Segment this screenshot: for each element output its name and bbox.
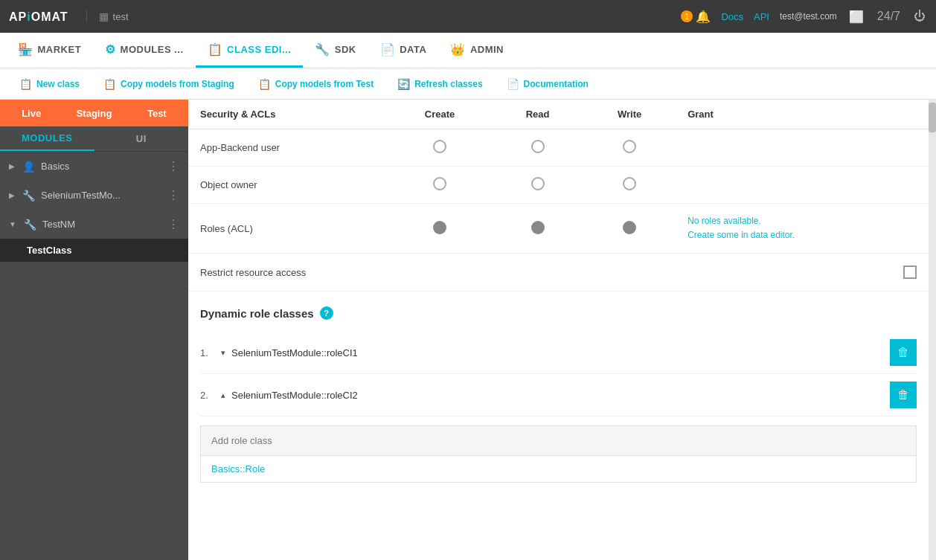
nav-sdk-label: SDK	[335, 44, 356, 55]
docs-link[interactable]: Docs	[721, 11, 743, 22]
data-icon: 📄	[380, 42, 396, 57]
user-icon-btn[interactable]: ⬜	[847, 8, 865, 25]
radio-filled-icon	[531, 221, 545, 234]
basics-arrow-icon: ▶	[9, 162, 15, 170]
scrollbar-track[interactable]	[929, 100, 936, 560]
row-read-roles[interactable]	[492, 204, 583, 254]
documentation-icon: 📄	[507, 78, 519, 90]
refresh-btn[interactable]: 🔄 Refresh classes	[387, 74, 493, 94]
row-read-app-backend[interactable]	[492, 129, 583, 167]
copy-staging-btn[interactable]: 📋 Copy models from Staging	[93, 74, 245, 94]
sdk-icon: 🔧	[315, 42, 330, 57]
basics-more-icon[interactable]: ⋮	[167, 159, 179, 173]
top-header: APiOMAT ▦ test 1 🔔 Docs API test@test.co…	[0, 0, 936, 33]
logo: APiOMAT	[9, 9, 68, 25]
nav-data[interactable]: 📄 DATA	[368, 33, 439, 68]
role-num-1: 1.	[200, 347, 215, 358]
copy-staging-icon: 📋	[103, 78, 116, 90]
nav-admin[interactable]: 👑 ADMIN	[438, 33, 516, 68]
nav-admin-label: ADMIN	[470, 44, 504, 55]
nav-class-editor[interactable]: 📋 CLASS EDI...	[196, 33, 304, 68]
new-class-btn[interactable]: 📋 New class	[9, 74, 90, 94]
delete-icon-1: 🗑	[897, 346, 909, 359]
col-create: Create	[388, 100, 492, 129]
role-item-2: 2. ▴ SeleniumTestModule::roleCI2 🗑	[200, 374, 917, 416]
support-label: 24/7	[877, 10, 900, 22]
row-create-object-owner[interactable]	[388, 167, 492, 204]
env-tabs: Live Staging Test	[0, 100, 188, 126]
documentation-btn[interactable]: 📄 Documentation	[496, 74, 599, 94]
col-grant: Grant	[676, 100, 929, 129]
selenium-arrow-icon: ▶	[9, 191, 15, 199]
radio-filled-icon	[623, 221, 636, 234]
section-tab-modules-label: MODULES	[22, 132, 73, 144]
row-write-object-owner[interactable]	[583, 167, 676, 204]
row-read-object-owner[interactable]	[492, 167, 583, 204]
admin-icon: 👑	[450, 42, 466, 57]
restrict-row: Restrict resource access	[188, 254, 929, 292]
nav-modules-label: MODULES ...	[121, 44, 184, 55]
class-editor-icon: 📋	[208, 42, 223, 57]
radio-circle-icon	[531, 177, 545, 190]
power-btn[interactable]: ⏻	[912, 8, 927, 25]
env-tab-staging[interactable]: Staging	[62, 100, 125, 126]
role-delete-btn-2[interactable]: 🗑	[890, 382, 917, 408]
section-tabs: MODULES UI	[0, 126, 188, 152]
env-tab-staging-label: Staging	[77, 108, 112, 119]
radio-circle-icon	[531, 140, 545, 153]
row-write-app-backend[interactable]	[583, 129, 676, 167]
documentation-label: Documentation	[524, 79, 589, 89]
nav-data-label: DATA	[400, 44, 426, 55]
add-role-suggestion[interactable]: Basics::Role	[201, 455, 916, 482]
restrict-checkbox[interactable]	[903, 265, 917, 279]
selenium-more-icon[interactable]: ⋮	[167, 188, 179, 202]
row-create-app-backend[interactable]	[388, 129, 492, 167]
selenium-tool-icon: 🔧	[22, 190, 35, 202]
header-right: 1 🔔 Docs API test@test.com ⬜ 24/7 ⏻	[681, 8, 927, 25]
role-name-2: SeleniumTestModule::roleCI2	[231, 390, 884, 401]
copy-staging-label: Copy models from Staging	[121, 79, 234, 89]
nav-sdk[interactable]: 🔧 SDK	[303, 33, 368, 68]
role-chevron-2[interactable]: ▴	[221, 390, 225, 400]
sidebar-item-basics[interactable]: ▶ 👤 Basics ⋮	[0, 152, 188, 181]
notification-badge[interactable]: 1 🔔	[681, 10, 711, 24]
nav-bar: 🏪 MARKET ⚙ MODULES ... 📋 CLASS EDI... 🔧 …	[0, 33, 936, 68]
sidebar-item-selenium[interactable]: ▶ 🔧 SeleniumTestMo... ⋮	[0, 181, 188, 210]
nav-modules[interactable]: ⚙ MODULES ...	[93, 33, 195, 68]
acl-section: Security & ACLs Create Read Write Grant …	[188, 100, 929, 254]
new-class-label: New class	[36, 79, 80, 89]
nav-market-label: MARKET	[38, 44, 82, 55]
testnm-more-icon[interactable]: ⋮	[167, 217, 179, 231]
table-row: App-Backend user	[188, 129, 929, 167]
testnm-arrow-icon: ▼	[9, 220, 16, 228]
env-tab-live[interactable]: Live	[0, 100, 62, 126]
sidebar-active-class[interactable]: TestClass	[0, 239, 188, 262]
copy-test-icon: 📋	[258, 78, 271, 90]
support-btn[interactable]: 24/7	[876, 8, 902, 25]
env-tab-test[interactable]: Test	[126, 100, 188, 126]
add-role-input[interactable]	[201, 426, 916, 455]
user-email: test@test.com	[780, 11, 837, 22]
role-delete-btn-1[interactable]: 🗑	[890, 339, 917, 366]
nav-market[interactable]: 🏪 MARKET	[6, 33, 93, 68]
row-label-object-owner: Object owner	[188, 167, 388, 204]
content-area: Security & ACLs Create Read Write Grant …	[188, 100, 929, 560]
role-chevron-1[interactable]: ▾	[221, 348, 225, 358]
notification-count: 1	[681, 10, 693, 22]
section-tab-modules[interactable]: MODULES	[0, 126, 94, 151]
row-create-roles[interactable]	[388, 204, 492, 254]
radio-filled-icon	[433, 221, 446, 234]
copy-test-label: Copy models from Test	[275, 79, 374, 89]
refresh-icon: 🔄	[397, 78, 410, 90]
sidebar-item-testnm[interactable]: ▼ 🔧 TestNM ⋮	[0, 210, 188, 239]
table-row: Roles (ACL) No roles available.Create so…	[188, 204, 929, 254]
api-link[interactable]: API	[754, 11, 769, 22]
copy-test-btn[interactable]: 📋 Copy models from Test	[248, 74, 384, 94]
active-class-label: TestClass	[27, 245, 71, 256]
sidebar: Live Staging Test MODULES UI ▶ 👤 Basics …	[0, 100, 188, 560]
section-tab-ui[interactable]: UI	[94, 126, 189, 151]
help-icon[interactable]: ?	[320, 306, 333, 320]
row-write-roles[interactable]	[583, 204, 676, 254]
nav-class-editor-label: CLASS EDI...	[227, 44, 291, 55]
scrollbar-thumb[interactable]	[929, 103, 936, 132]
